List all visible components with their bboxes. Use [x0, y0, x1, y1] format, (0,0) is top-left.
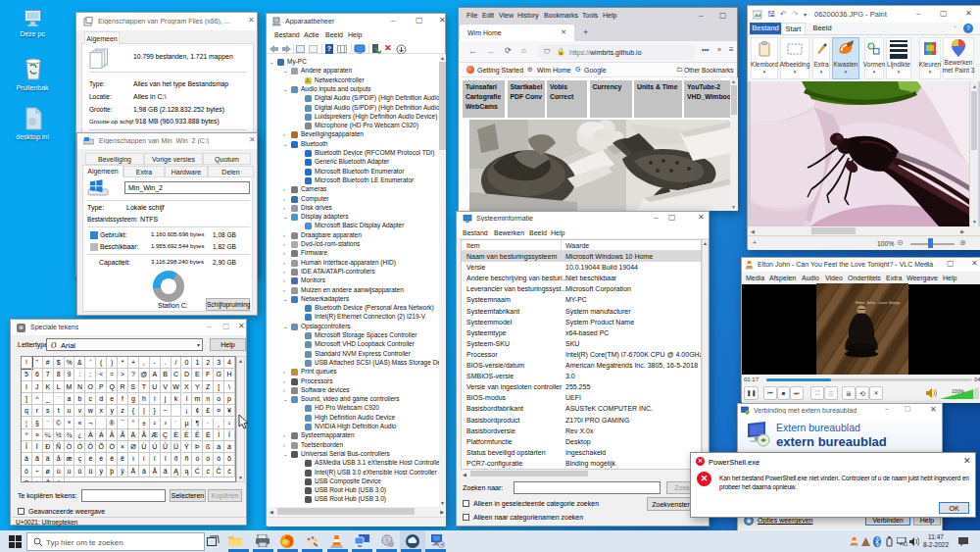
svg-text:100%: 100% [952, 388, 964, 394]
